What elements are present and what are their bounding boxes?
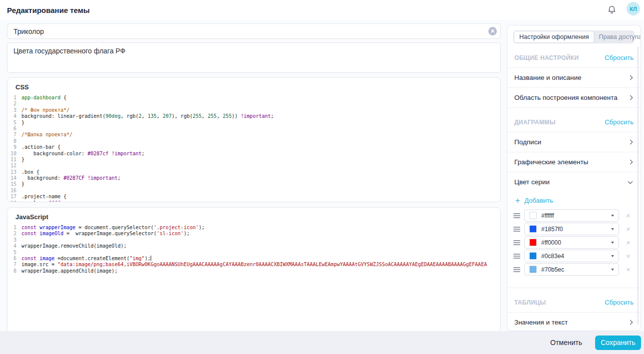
remove-color-icon[interactable]: × bbox=[626, 212, 631, 219]
color-select[interactable]: #70b5ec bbox=[524, 263, 619, 276]
drag-handle-icon[interactable] bbox=[513, 213, 520, 218]
settings-row[interactable]: Значения и текст bbox=[507, 312, 641, 331]
chevron-right-icon bbox=[628, 95, 633, 100]
settings-row-label: Цвет серии bbox=[514, 178, 550, 186]
css-editor[interactable]: CSS 1app-dashboard {23/* Фон проекта*/4b… bbox=[7, 77, 501, 202]
code-line: 14 background: #0287CF !important; bbox=[7, 175, 500, 181]
theme-name-input[interactable] bbox=[7, 23, 501, 39]
plus-icon: + bbox=[515, 197, 520, 204]
tab-access-rights[interactable]: Права доступа bbox=[594, 31, 641, 42]
section-title: ДИАГРАММЫ bbox=[514, 119, 556, 126]
color-swatch bbox=[529, 266, 537, 273]
color-swatch bbox=[529, 225, 537, 233]
code-line: 10 background-color: #0287cf !important; bbox=[7, 151, 500, 157]
clear-icon[interactable]: ✕ bbox=[488, 27, 497, 35]
tab-design-settings[interactable]: Настройки оформления bbox=[514, 31, 594, 42]
code-line: 16 bbox=[7, 188, 500, 194]
sidebar-section-header: ТАБЛИЦЫСбросить bbox=[507, 288, 641, 312]
settings-row[interactable]: Область построения компонента bbox=[507, 87, 641, 107]
settings-row[interactable]: Цвет серии bbox=[507, 172, 641, 192]
code-line: 18 color: #fff; bbox=[7, 200, 500, 202]
color-select[interactable]: #0c83e4 bbox=[524, 250, 619, 262]
color-hex-value: #ff0000 bbox=[541, 239, 611, 246]
color-row: #0c83e4× bbox=[513, 250, 635, 262]
color-select[interactable]: #ffffff bbox=[524, 209, 619, 222]
footer: Отменить Сохранить bbox=[0, 331, 644, 354]
theme-description-input[interactable]: Цвета государственного флага РФ bbox=[7, 42, 501, 73]
remove-color-icon[interactable]: × bbox=[626, 252, 631, 260]
sidebar-scrollbar[interactable] bbox=[637, 46, 639, 325]
sidebar-tabs: Настройки оформления Права доступа bbox=[513, 30, 635, 43]
color-swatch bbox=[529, 239, 537, 246]
js-editor-label: JavaScript bbox=[15, 213, 500, 221]
css-editor-label: CSS bbox=[15, 83, 500, 91]
settings-row[interactable]: Название и описание bbox=[507, 67, 641, 87]
caret-down-icon bbox=[611, 242, 614, 244]
reset-link[interactable]: Сбросить bbox=[605, 54, 634, 61]
notifications-bell-icon[interactable] bbox=[607, 5, 617, 15]
code-line: 5} bbox=[7, 120, 500, 126]
drag-handle-icon[interactable] bbox=[513, 267, 520, 272]
drag-handle-icon[interactable] bbox=[513, 240, 520, 245]
code-line: 8 bbox=[7, 138, 500, 144]
text-cursor bbox=[151, 256, 151, 261]
drag-handle-icon[interactable] bbox=[513, 254, 520, 259]
color-hex-value: #70b5ec bbox=[541, 266, 611, 273]
remove-color-icon[interactable]: × bbox=[626, 225, 631, 233]
drag-handle-icon[interactable] bbox=[513, 227, 520, 232]
sidebar-sections: ОБЩИЕ НАСТРОЙКИСброситьНазвание и описан… bbox=[507, 43, 641, 331]
settings-row-label: Область построения компонента bbox=[514, 94, 618, 101]
reset-link[interactable]: Сбросить bbox=[605, 299, 634, 306]
avatar[interactable]: КЛ bbox=[627, 2, 640, 15]
chevron-down-icon bbox=[628, 179, 633, 184]
chevron-right-icon bbox=[628, 160, 633, 165]
color-row: #ff0000× bbox=[513, 236, 635, 249]
theme-name-field-wrap: ✕ bbox=[7, 23, 501, 39]
caret-down-icon bbox=[611, 255, 614, 257]
code-line: 7/*Шапка проекта*/ bbox=[7, 132, 500, 138]
code-line: 8wrapperImage.appendChild(image); bbox=[7, 268, 500, 274]
code-line: 7image.src = "data:image/png;base64,iVBO… bbox=[7, 262, 500, 268]
section-title: ОБЩИЕ НАСТРОЙКИ bbox=[514, 54, 579, 61]
reset-link[interactable]: Сбросить bbox=[605, 118, 634, 126]
add-color-button[interactable]: +Добавить bbox=[507, 192, 641, 209]
code-line: 17.project-name { bbox=[7, 194, 500, 200]
code-line: 15} bbox=[7, 181, 500, 187]
color-select[interactable]: #1857f0 bbox=[524, 223, 619, 235]
code-line: 11} bbox=[7, 157, 500, 163]
code-line: 6 bbox=[7, 126, 500, 132]
header: Редактирование темы КЛ bbox=[0, 0, 644, 20]
caret-down-icon bbox=[611, 228, 614, 230]
caret-down-icon bbox=[611, 269, 614, 271]
code-line: 9.action-bar { bbox=[7, 144, 500, 150]
js-editor[interactable]: JavaScript 1const wrapperImage = documen… bbox=[7, 207, 501, 332]
color-row: #70b5ec× bbox=[513, 263, 635, 276]
chevron-right-icon bbox=[628, 75, 633, 80]
settings-row-label: Значения и текст bbox=[514, 319, 568, 326]
color-hex-value: #0c83e4 bbox=[541, 253, 611, 260]
code-line: 2 bbox=[7, 101, 500, 107]
remove-color-icon[interactable]: × bbox=[626, 239, 631, 246]
color-swatch bbox=[529, 252, 537, 260]
settings-row-label: Подписи bbox=[514, 138, 541, 146]
cancel-button[interactable]: Отменить bbox=[550, 339, 582, 347]
save-button[interactable]: Сохранить bbox=[595, 336, 641, 350]
code-line: 13.box { bbox=[7, 169, 500, 175]
code-line: 6const image =document.createElement("im… bbox=[7, 256, 500, 262]
code-line: 2const imageOld = wrapperImage.querySele… bbox=[7, 231, 500, 237]
settings-sidebar: Настройки оформления Права доступа ОБЩИЕ… bbox=[507, 25, 641, 331]
settings-row[interactable]: Подписи bbox=[507, 132, 641, 152]
sidebar-section-header: ОБЩИЕ НАСТРОЙКИСбросить bbox=[507, 43, 641, 67]
js-code-area[interactable]: 1const wrapperImage = document.querySele… bbox=[7, 225, 500, 274]
page-title: Редактирование темы bbox=[7, 6, 90, 14]
code-line: 4wrapperImage.removeChild(imageOld); bbox=[7, 243, 500, 249]
settings-row-label: Графические элементы bbox=[514, 158, 588, 166]
code-line: 3 bbox=[7, 237, 500, 243]
code-line: 12 bbox=[7, 163, 500, 169]
css-code-area[interactable]: 1app-dashboard {23/* Фон проекта*/4backg… bbox=[7, 95, 500, 202]
color-swatch bbox=[529, 212, 537, 219]
color-select[interactable]: #ff0000 bbox=[524, 236, 619, 249]
settings-row[interactable]: Графические элементы bbox=[507, 152, 641, 172]
remove-color-icon[interactable]: × bbox=[626, 266, 631, 273]
caret-down-icon bbox=[611, 215, 614, 217]
